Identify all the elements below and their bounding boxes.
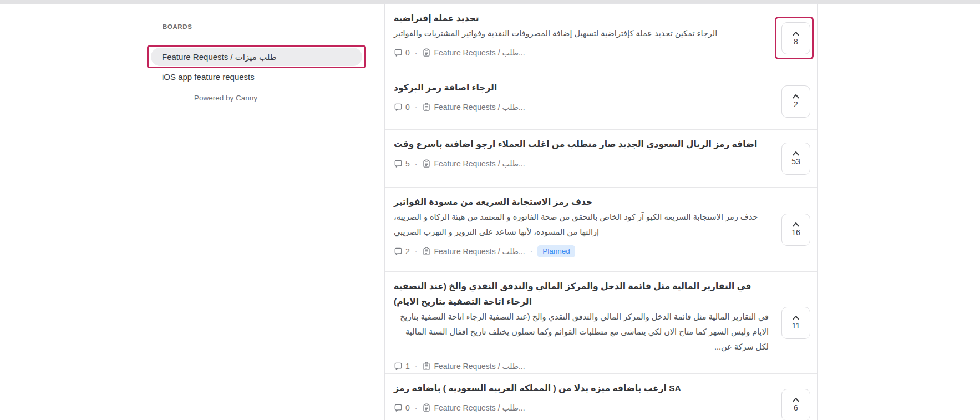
post-description: في التقارير المالية مثل قائمة الدخل والم… xyxy=(394,310,769,355)
vote-count: 53 xyxy=(791,157,800,166)
post-meta: 2 · Feature Requests / طلب... · Planned xyxy=(394,245,769,257)
clipboard-icon xyxy=(422,159,431,168)
post-meta: 0 · Feature Requests / طلب... xyxy=(394,402,769,414)
post-row[interactable]: في التقارير المالية مثل قائمة الدخل والم… xyxy=(385,271,817,373)
comment-count: 0 xyxy=(405,103,410,112)
comment-count: 1 xyxy=(405,362,410,371)
post-title[interactable]: تحديد عملة إفتراضية xyxy=(394,11,769,26)
sidebar-item-ios-app[interactable]: iOS app feature requests xyxy=(162,72,255,82)
comment-icon xyxy=(394,159,403,168)
clipboard-icon xyxy=(422,103,431,112)
post-meta: 1 · Feature Requests / طلب... xyxy=(394,360,769,372)
clipboard-icon xyxy=(422,48,431,57)
chevron-up-icon xyxy=(792,151,800,156)
sidebar-item-feature-requests-wrap: Feature Requests / طلب ميزات xyxy=(151,48,362,66)
meta-separator-dot: · xyxy=(415,48,418,57)
chevron-up-icon xyxy=(792,94,800,99)
post-row[interactable]: ارغب باضافه ميزه بدلا من ( المملكه العرب… xyxy=(385,373,817,420)
post-content: حذف رمز الاستجابة السريعه من مسودة الفوا… xyxy=(385,188,774,271)
comment-count: 5 xyxy=(405,159,410,168)
comment-count: 0 xyxy=(405,403,410,412)
post-meta: 5 · Feature Requests / طلب... xyxy=(394,158,769,170)
post-meta: 0 · Feature Requests / طلب... xyxy=(394,101,769,113)
comment-icon xyxy=(394,403,403,412)
meta-separator-dot: · xyxy=(415,159,418,168)
upvote-button[interactable]: 11 xyxy=(781,307,810,339)
vote-column: 8 xyxy=(774,4,817,73)
post-content: في التقارير المالية مثل قائمة الدخل والم… xyxy=(385,272,774,373)
vote-count: 11 xyxy=(792,321,800,330)
post-description: الرجاء تمكين تحديد عملة كإفتراضية لتسهيل… xyxy=(394,26,769,41)
vote-count: 16 xyxy=(791,228,800,237)
vote-column: 53 xyxy=(774,130,817,187)
clipboard-icon xyxy=(422,403,431,412)
post-row[interactable]: حذف رمز الاستجابة السريعه من مسودة الفوا… xyxy=(385,187,817,271)
chevron-up-icon xyxy=(792,397,800,402)
post-content: تحديد عملة إفتراضية الرجاء تمكين تحديد ع… xyxy=(385,4,774,73)
upvote-button[interactable]: 16 xyxy=(781,214,810,246)
boards-sidebar: BOARDS Feature Requests / طلب ميزات iOS … xyxy=(0,0,383,420)
board-label: Feature Requests / طلب... xyxy=(434,103,525,112)
board-label: Feature Requests / طلب... xyxy=(434,362,525,371)
status-badge-planned: Planned xyxy=(537,245,575,257)
chevron-up-icon xyxy=(792,315,800,320)
vote-column: 2 xyxy=(774,73,817,129)
upvote-button[interactable]: 6 xyxy=(781,389,810,420)
upvote-button[interactable]: 8 xyxy=(781,22,810,54)
vote-column: 6 xyxy=(774,374,817,420)
post-title[interactable]: الرجاء اضافة رمز البركود xyxy=(394,80,769,95)
meta-separator-dot: · xyxy=(415,103,418,112)
post-title[interactable]: حذف رمز الاستجابة السريعه من مسودة الفوا… xyxy=(394,194,769,210)
vote-column: 11 xyxy=(774,272,817,373)
boards-section-label: BOARDS xyxy=(163,23,192,30)
chevron-up-icon xyxy=(792,31,800,36)
upvote-button[interactable]: 53 xyxy=(781,143,810,175)
post-row[interactable]: اضافه رمز الريال السعودي الجديد صار متطل… xyxy=(385,129,817,187)
meta-separator-dot: · xyxy=(415,362,418,371)
post-title[interactable]: ارغب باضافه ميزه بدلا من ( المملكه العرب… xyxy=(394,381,769,396)
comment-icon xyxy=(394,48,403,57)
vote-count: 8 xyxy=(794,37,798,46)
meta-separator-dot: · xyxy=(415,247,418,256)
post-meta: 0 · Feature Requests / طلب... xyxy=(394,47,769,59)
vote-column: 16 xyxy=(774,188,817,271)
upvote-button[interactable]: 2 xyxy=(781,85,810,118)
meta-separator-dot: · xyxy=(530,247,533,256)
comment-count: 2 xyxy=(405,247,410,256)
comment-count: 0 xyxy=(405,48,410,57)
post-content: الرجاء اضافة رمز البركود 0 · Feature Req… xyxy=(385,73,774,129)
posts-list: تحديد عملة إفتراضية الرجاء تمكين تحديد ع… xyxy=(384,3,818,420)
comment-icon xyxy=(394,103,403,112)
vote-count: 6 xyxy=(794,403,798,412)
chevron-up-icon xyxy=(792,222,800,227)
post-row[interactable]: الرجاء اضافة رمز البركود 0 · Feature Req… xyxy=(385,73,817,129)
clipboard-icon xyxy=(422,362,431,371)
powered-by-canny-link[interactable]: Powered by Canny xyxy=(194,94,257,102)
board-label: Feature Requests / طلب... xyxy=(434,48,525,57)
meta-separator-dot: · xyxy=(415,403,418,412)
comment-icon xyxy=(394,247,403,256)
board-label: Feature Requests / طلب... xyxy=(434,403,525,412)
post-title[interactable]: في التقارير المالية مثل قائمة الدخل والم… xyxy=(394,279,769,310)
vote-count: 2 xyxy=(794,100,798,109)
sidebar-item-feature-requests[interactable]: Feature Requests / طلب ميزات xyxy=(151,48,362,66)
clipboard-icon xyxy=(422,247,431,256)
board-label: Feature Requests / طلب... xyxy=(434,247,525,256)
post-row[interactable]: تحديد عملة إفتراضية الرجاء تمكين تحديد ع… xyxy=(385,4,817,73)
post-description: حذف رمز الاستجابة السريعه الكيو آر كود ا… xyxy=(394,210,769,240)
post-content: ارغب باضافه ميزه بدلا من ( المملكه العرب… xyxy=(385,374,774,420)
post-title[interactable]: اضافه رمز الريال السعودي الجديد صار متطل… xyxy=(394,136,769,152)
board-label: Feature Requests / طلب... xyxy=(434,159,525,168)
comment-icon xyxy=(394,362,403,371)
post-content: اضافه رمز الريال السعودي الجديد صار متطل… xyxy=(385,130,774,187)
